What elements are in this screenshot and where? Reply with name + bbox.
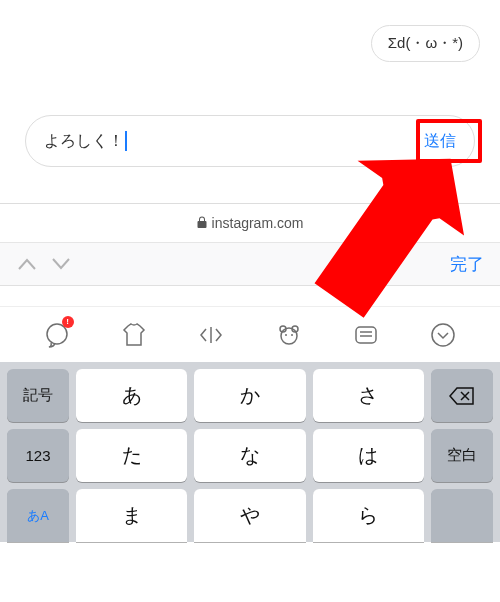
key-ma[interactable]: ま (76, 489, 187, 542)
svg-point-11 (432, 324, 454, 346)
key-symbol-mode[interactable]: 記号 (7, 369, 69, 422)
keyboard: 記号 あ か さ 123 た な は 空白 あA ま や ら (0, 362, 500, 542)
shirt-icon[interactable] (119, 320, 149, 350)
key-ra[interactable]: ら (313, 489, 424, 542)
key-ha[interactable]: は (313, 429, 424, 482)
svg-point-6 (285, 334, 287, 336)
svg-point-7 (291, 334, 293, 336)
key-sa[interactable]: さ (313, 369, 424, 422)
key-input-mode[interactable]: あA (7, 489, 69, 542)
prev-field-button[interactable] (12, 250, 42, 278)
key-ka[interactable]: か (194, 369, 305, 422)
key-ta[interactable]: た (76, 429, 187, 482)
lock-icon (197, 215, 207, 231)
svg-rect-8 (356, 327, 376, 343)
message-icon[interactable] (351, 320, 381, 350)
chevron-down-circle-icon[interactable] (428, 320, 458, 350)
key-return[interactable] (431, 489, 493, 542)
next-field-button[interactable] (46, 250, 76, 278)
url-domain: instagram.com (212, 215, 304, 231)
key-number-mode[interactable]: 123 (7, 429, 69, 482)
key-backspace[interactable] (431, 369, 493, 422)
bear-icon[interactable] (274, 320, 304, 350)
message-text: Σd(・ω・*) (388, 34, 463, 51)
code-input-icon[interactable] (196, 320, 226, 350)
key-na[interactable]: な (194, 429, 305, 482)
key-ya[interactable]: や (194, 489, 305, 542)
send-button[interactable]: 送信 (424, 131, 456, 152)
message-input-row[interactable]: よろしく！ 送信 (25, 115, 475, 167)
keyboard-done-button[interactable]: 完了 (450, 253, 500, 276)
url-bar[interactable]: instagram.com (0, 203, 500, 242)
notification-badge (62, 316, 74, 328)
key-space[interactable]: 空白 (431, 429, 493, 482)
ime-toolbar (0, 306, 500, 362)
chat-area: Σd(・ω・*) よろしく！ 送信 (0, 0, 500, 203)
key-a[interactable]: あ (76, 369, 187, 422)
keyboard-toolbar: 完了 (0, 242, 500, 286)
svg-point-5 (281, 328, 297, 344)
message-input-text[interactable]: よろしく！ (44, 131, 124, 152)
message-bubble: Σd(・ω・*) (371, 25, 480, 62)
